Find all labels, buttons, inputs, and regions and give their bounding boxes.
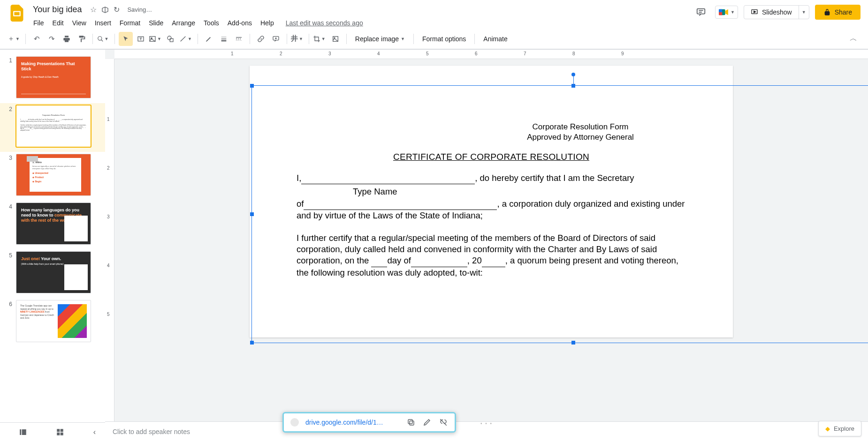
menu-slide[interactable]: Slide — [145, 17, 167, 29]
svg-point-29 — [334, 37, 335, 38]
explore-icon: ◆ — [825, 425, 830, 432]
svg-rect-17 — [170, 38, 173, 42]
slideshow-button[interactable]: Slideshow — [744, 6, 799, 19]
document-title[interactable]: Your big idea — [30, 4, 84, 15]
zoom-button[interactable]: ▼ — [97, 32, 111, 46]
app-header: Your big idea ☆ ↻ Saving… File Edit View… — [0, 0, 868, 50]
mask-image-button[interactable] — [328, 32, 343, 46]
copy-link-icon[interactable] — [407, 418, 415, 427]
svg-point-16 — [168, 36, 171, 40]
saving-status: Saving… — [127, 6, 152, 13]
insert-link-button[interactable] — [254, 32, 268, 46]
menu-file[interactable]: File — [30, 17, 47, 29]
grid-view-icon[interactable] — [56, 428, 64, 436]
slide-stage[interactable]: Corporate Resolution Form Approved by At… — [114, 59, 868, 421]
filmstrip-footer: ‹ — [0, 422, 105, 441]
explore-button[interactable]: ◆ Explore — [818, 421, 861, 436]
menu-help[interactable]: Help — [257, 17, 277, 29]
svg-rect-37 — [408, 420, 412, 424]
doc-approved-by: Approved by Attorney General — [527, 133, 634, 142]
slideshow-label: Slideshow — [762, 8, 792, 16]
link-favicon — [290, 418, 299, 427]
animate-button[interactable]: Animate — [479, 32, 512, 46]
format-options-button[interactable]: Format options — [418, 32, 471, 46]
edit-link-icon[interactable] — [423, 418, 431, 427]
horizontal-ruler[interactable]: 1 2 3 4 5 6 7 8 9 — [114, 50, 868, 59]
border-weight-button[interactable] — [217, 32, 231, 46]
embedded-document-image[interactable]: Corporate Resolution Form Approved by At… — [250, 66, 733, 337]
comments-icon[interactable] — [693, 4, 709, 21]
collapse-filmstrip-icon[interactable]: ‹ — [93, 428, 96, 436]
link-preview-chip: drive.google.com/file/d/1… — [282, 412, 456, 433]
svg-rect-6 — [719, 9, 722, 12]
slideshow-dropdown[interactable]: ▼ — [799, 6, 809, 19]
slide-thumb-3[interactable]: 3 1. Intro Intros are typically a round … — [0, 152, 105, 201]
doc-heading: CERTIFICATE OF CORPORATE RESOLUTION — [297, 152, 686, 162]
share-label: Share — [835, 8, 852, 16]
remove-link-icon[interactable] — [439, 418, 448, 427]
menu-edit[interactable]: Edit — [49, 17, 67, 29]
svg-rect-1 — [14, 12, 19, 15]
image-tool[interactable]: ▼ — [149, 32, 163, 46]
replace-image-button[interactable]: Replace image ▼ — [350, 32, 410, 46]
select-tool[interactable] — [119, 32, 133, 46]
doc-form-title: Corporate Resolution Form — [532, 122, 628, 131]
chevron-down-icon: ▼ — [731, 10, 735, 15]
svg-line-18 — [181, 36, 186, 41]
menu-format[interactable]: Format — [116, 17, 144, 29]
svg-rect-32 — [57, 429, 60, 432]
filmstrip-view-icon[interactable] — [19, 428, 27, 436]
menu-arrange[interactable]: Arrange — [168, 17, 198, 29]
slide-thumb-1[interactable]: 1 Making Presentations That Stick A guid… — [0, 54, 105, 103]
crop-button[interactable]: ▼ — [313, 32, 327, 46]
star-icon[interactable]: ☆ — [90, 5, 97, 14]
slide-thumb-5[interactable]: 5 Just one! Your own. (With a little hel… — [0, 249, 105, 298]
toolbar: ＋ ▼ ↶ ↷ ▼ ▼ ▼ 井 ▼ ▼ Replace image ▼ Form… — [0, 29, 868, 49]
cloud-sync-icon: ↻ — [114, 5, 120, 14]
svg-rect-7 — [719, 12, 722, 15]
current-slide[interactable]: Corporate Resolution Form Approved by At… — [250, 66, 733, 337]
border-color-button[interactable] — [202, 32, 216, 46]
svg-point-9 — [98, 36, 101, 40]
slide-thumb-2[interactable]: 2 Corporate Resolution Form I,________, … — [0, 103, 105, 152]
shape-tool[interactable] — [164, 32, 178, 46]
menu-bar: File Edit View Insert Format Slide Arran… — [30, 15, 693, 29]
new-slide-button[interactable]: ＋ ▼ — [8, 32, 22, 46]
svg-line-10 — [101, 39, 103, 41]
menu-insert[interactable]: Insert — [91, 17, 114, 29]
paint-format-button[interactable] — [75, 32, 89, 46]
slide-thumb-4[interactable]: 4 How many languages do you need to know… — [0, 201, 105, 249]
redo-button[interactable]: ↷ — [45, 32, 59, 46]
arrange-button[interactable]: 井 ▼ — [291, 32, 305, 46]
link-url[interactable]: drive.google.com/file/d/1… — [305, 419, 400, 426]
menu-view[interactable]: View — [69, 17, 90, 29]
svg-rect-36 — [410, 421, 414, 425]
border-dash-button[interactable] — [232, 32, 246, 46]
menu-addons[interactable]: Add-ons — [224, 17, 255, 29]
meet-button[interactable]: ▼ — [715, 6, 738, 19]
print-button[interactable] — [60, 32, 74, 46]
canvas-area: 1 2 3 4 5 6 7 8 9 1 2 3 4 5 — [105, 50, 868, 441]
slides-logo[interactable] — [8, 4, 26, 22]
line-tool[interactable]: ▼ — [179, 32, 194, 46]
insert-comment-button[interactable] — [269, 32, 283, 46]
menu-tools[interactable]: Tools — [200, 17, 222, 29]
undo-button[interactable]: ↶ — [30, 32, 44, 46]
speaker-notes[interactable]: Click to add speaker notes — [105, 425, 868, 441]
svg-rect-34 — [57, 432, 60, 435]
textbox-tool[interactable] — [134, 32, 148, 46]
last-edit-link[interactable]: Last edit was seconds ago — [286, 17, 363, 29]
svg-rect-35 — [61, 432, 63, 435]
slide-filmstrip[interactable]: 1 Making Presentations That Stick A guid… — [0, 50, 105, 441]
svg-rect-33 — [61, 429, 63, 432]
svg-rect-30 — [20, 429, 21, 435]
collapse-toolbar-button[interactable]: ︿ — [846, 34, 860, 44]
vertical-ruler[interactable]: 1 2 3 4 5 — [105, 59, 114, 421]
main-area: 1 Making Presentations That Stick A guid… — [0, 50, 868, 441]
svg-rect-31 — [22, 429, 26, 435]
share-button[interactable]: Share — [815, 5, 860, 20]
svg-rect-2 — [697, 9, 705, 14]
move-icon[interactable] — [101, 6, 109, 14]
notes-resize-handle[interactable] — [105, 421, 868, 425]
slide-thumb-6[interactable]: 6 The Google Translate app can repeat an… — [0, 298, 105, 347]
